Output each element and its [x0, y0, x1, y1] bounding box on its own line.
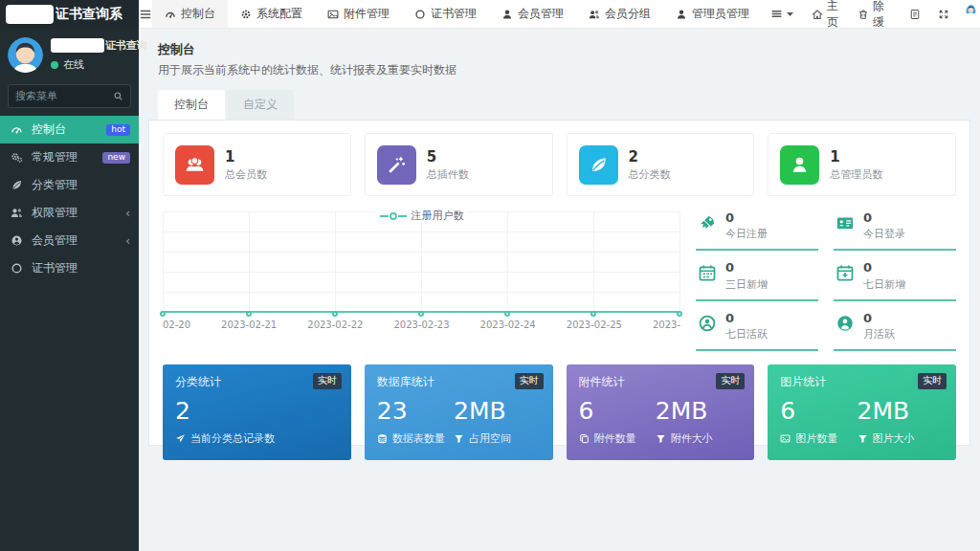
username-suffix: 证书查询 — [105, 38, 147, 53]
chevron-left-icon: ‹ — [125, 235, 130, 247]
fullscreen-button[interactable] — [929, 0, 958, 29]
chart-data-point[interactable] — [504, 311, 510, 317]
navbar-right-group: 主页 清除缓存 证书查询 — [762, 0, 980, 28]
brand-redaction — [6, 5, 54, 24]
nav-tab-label: 系统配置 — [256, 6, 302, 22]
summary-value: 2MB — [454, 398, 540, 426]
nav-tab-label: 证书管理 — [431, 6, 477, 22]
sidebar-item-members[interactable]: 会员管理 ‹ — [0, 227, 139, 254]
home-button[interactable]: 主页 — [802, 0, 848, 29]
realtime-badge: 实时 — [918, 373, 947, 389]
stat-label: 总管理员数 — [830, 167, 882, 182]
x-tick-label: 2023-02-20 — [163, 320, 190, 330]
summary-label: 当前分类总记录数 — [190, 431, 275, 446]
fullscreen-icon — [938, 9, 949, 20]
clear-cache-button[interactable]: 清除缓存 — [848, 0, 901, 29]
quick-stat-month-active: 0 月活跃 — [834, 310, 956, 351]
chart-data-point[interactable] — [418, 311, 424, 317]
summary-label: 附件大小 — [671, 431, 713, 446]
quick-stat-today-registered: 0 今日注册 — [696, 209, 818, 251]
calendar-plus-icon — [835, 263, 855, 282]
chart-data-point[interactable] — [590, 311, 596, 317]
chart-data-point[interactable] — [332, 311, 338, 317]
summary-label: 图片大小 — [873, 431, 915, 446]
online-status: 在线 — [63, 57, 84, 72]
sidebar-item-label: 常规管理 — [32, 149, 102, 165]
chart-legend[interactable]: 注册用户数 — [376, 209, 468, 223]
sidebar-item-label: 会员管理 — [32, 232, 125, 249]
dashboard-icon — [165, 9, 176, 20]
nav-tab-label: 管理员管理 — [692, 6, 749, 22]
chart-data-point[interactable] — [246, 311, 252, 317]
nav-tab-attachments[interactable]: 附件管理 — [315, 0, 402, 28]
brand-title: 证书查询系 — [56, 6, 122, 23]
x-tick-label: 2023-02-21 — [221, 320, 277, 330]
nav-tab-members[interactable]: 会员管理 — [489, 0, 576, 28]
nav-tab-administrators[interactable]: 管理员管理 — [663, 0, 762, 28]
summary-label: 图片数量 — [795, 431, 837, 446]
search-icon[interactable] — [113, 91, 123, 101]
nav-tab-system-config[interactable]: 系统配置 — [228, 0, 315, 28]
tab-dashboard[interactable]: 控制台 — [158, 90, 225, 120]
users-icon — [175, 145, 214, 185]
summary-value: 6 — [579, 398, 656, 426]
page-icon — [909, 9, 921, 20]
copy-icon — [579, 433, 590, 444]
sidebar-item-category[interactable]: 分类管理 — [0, 171, 139, 199]
sidebar-item-permissions[interactable]: 权限管理 ‹ — [0, 199, 139, 227]
summary-card-images: 图片统计 实时 6 图片数量 2MB 图片大小 — [768, 364, 956, 460]
online-dot-icon — [51, 61, 58, 69]
user-avatar[interactable] — [966, 5, 976, 24]
page-button[interactable] — [901, 0, 929, 29]
nav-tab-dashboard[interactable]: 控制台 — [152, 0, 228, 28]
chevron-left-icon: ‹ — [125, 208, 130, 219]
x-tick-label: 2023-02-26 — [653, 320, 680, 330]
sidebar-item-certificates[interactable]: 证书管理 — [0, 254, 139, 282]
user-circle-outline-icon — [698, 314, 717, 333]
sidebar-item-dashboard[interactable]: 控制台 hot — [0, 116, 139, 143]
sidebar-item-general[interactable]: 常规管理 new — [0, 143, 139, 171]
chart-data-point[interactable] — [160, 311, 166, 317]
quick-stat-3day-new: 0 三日新增 — [696, 259, 818, 300]
user-circle-icon — [835, 314, 855, 333]
menu-search-input[interactable] — [15, 90, 113, 102]
summary-value: 2 — [175, 398, 252, 426]
legend-label: 注册用户数 — [412, 209, 464, 223]
tab-custom[interactable]: 自定义 — [227, 90, 294, 120]
x-tick-label: 2023-02-25 — [567, 320, 622, 330]
user-avatar[interactable] — [8, 37, 43, 73]
nav-tab-member-groups[interactable]: 会员分组 — [576, 0, 663, 28]
username-redaction — [51, 38, 104, 53]
stat-card-total-plugins: 5 总插件数 — [365, 133, 553, 196]
quick-stat-label: 七日新增 — [863, 277, 905, 292]
new-badge: new — [102, 152, 130, 164]
legend-line-icon — [380, 215, 389, 217]
filter-icon — [858, 433, 868, 444]
stat-value: 5 — [427, 148, 469, 165]
id-card-icon — [835, 213, 855, 232]
sidebar-item-label: 控制台 — [32, 121, 106, 138]
nav-tab-certificates[interactable]: 证书管理 — [402, 0, 489, 28]
nav-tab-label: 附件管理 — [344, 6, 390, 22]
sidebar-menu: 控制台 hot 常规管理 new 分类管理 权限管理 ‹ 会员管理 ‹ 证书管理 — [0, 116, 139, 282]
realtime-badge: 实时 — [313, 373, 342, 389]
list-icon — [770, 8, 783, 20]
top-navbar: 控制台 系统配置 附件管理 证书管理 会员管理 会员分组 管理员管理 主页 — [139, 0, 980, 29]
summary-label: 附件数量 — [594, 431, 636, 446]
quick-stat-7day-active: 0 七日活跃 — [696, 310, 818, 351]
menu-search[interactable] — [8, 84, 131, 108]
paper-plane-icon — [175, 433, 186, 444]
trash-icon — [858, 9, 869, 20]
dashboard-icon — [11, 123, 24, 136]
user-icon — [676, 9, 687, 20]
tabs-dropdown-button[interactable] — [762, 0, 802, 29]
quick-stats-grid: 0 今日注册 0 今日登录 0 三日新增 — [696, 209, 956, 351]
summary-label: 数据表数量 — [392, 431, 445, 446]
chart-data-point[interactable] — [677, 311, 682, 317]
stat-value: 1 — [225, 148, 267, 165]
users-icon — [11, 207, 24, 219]
quick-stat-value: 0 — [725, 261, 768, 275]
hamburger-icon[interactable] — [139, 0, 152, 28]
image-icon — [780, 433, 791, 444]
legend-line-icon — [398, 215, 407, 217]
